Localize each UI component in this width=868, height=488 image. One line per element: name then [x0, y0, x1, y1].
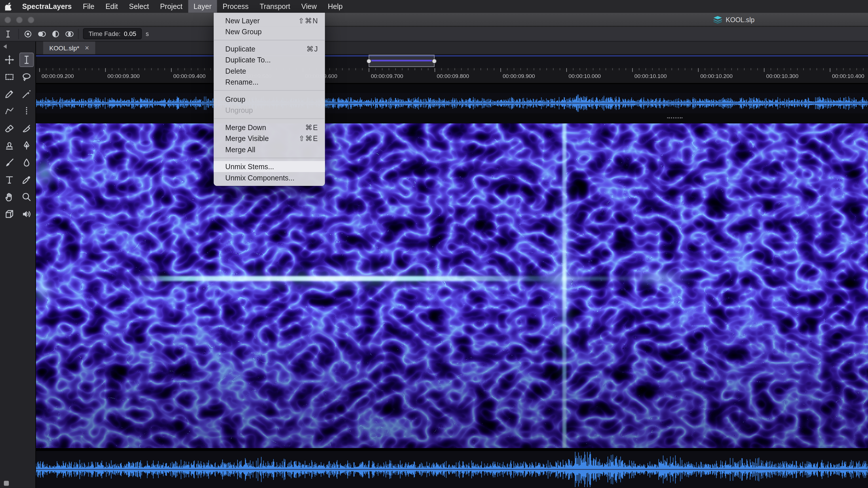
- timeline-ruler[interactable]: 00:00:09.20000:00:09.30000:00:09.40000:0…: [36, 68, 868, 84]
- ruler-tick-minor: [461, 68, 462, 70]
- panel-divider: [36, 84, 868, 93]
- playback-tool[interactable]: [19, 206, 34, 221]
- frequency-selection-tool[interactable]: [19, 104, 34, 118]
- menu-item-new-group[interactable]: New Group: [214, 26, 325, 37]
- menu-item-unmix-stems[interactable]: Unmix Stems...: [214, 161, 325, 172]
- menu-item-merge-all[interactable]: Merge All: [214, 144, 325, 155]
- ruler-tick-minor: [389, 68, 389, 70]
- ruler-tick-major: [39, 68, 40, 72]
- ruler-tick-minor: [626, 68, 626, 70]
- ruler-tick-minor: [204, 68, 205, 70]
- ruler-tick-minor: [514, 68, 514, 70]
- icon-ibeam: [22, 54, 32, 64]
- add-selection-mode[interactable]: [35, 28, 48, 40]
- time-fade-value[interactable]: 0.05: [124, 31, 136, 37]
- lasso-selection-tool[interactable]: [19, 69, 34, 84]
- transform-tool[interactable]: [2, 52, 17, 67]
- ruler-time-label: 00:00:09.400: [173, 73, 206, 79]
- time-selection-tool[interactable]: [19, 52, 34, 67]
- menu-item-new-layer[interactable]: New Layer⇧⌘N: [214, 15, 325, 26]
- ruler-tick-major: [632, 68, 633, 72]
- tab-kool-slp[interactable]: KOOL.slp* ×: [43, 41, 95, 54]
- knife-tool[interactable]: [19, 121, 34, 135]
- selection-handle-right[interactable]: [432, 58, 437, 63]
- apple-menu[interactable]: [0, 2, 17, 11]
- menu-item-delete[interactable]: Delete: [214, 65, 325, 76]
- waveform-overview-bottom[interactable]: [36, 451, 868, 488]
- ruler-tick-minor: [422, 68, 422, 70]
- ruler-tick-minor: [757, 68, 758, 70]
- new-selection-mode[interactable]: [22, 28, 34, 40]
- menu-item-merge-down[interactable]: Merge Down⌘E: [214, 122, 325, 133]
- brush-selection-tool[interactable]: [2, 87, 17, 101]
- tab-close-icon[interactable]: ×: [85, 44, 89, 52]
- selection-handle-left[interactable]: [367, 58, 371, 63]
- ruler-tick-major: [698, 68, 699, 72]
- polygon-selection-tool[interactable]: [2, 104, 17, 118]
- panel-resize-grip[interactable]: [4, 481, 9, 486]
- ruler-tick-minor: [560, 68, 560, 70]
- ruler-tick-minor: [843, 68, 843, 70]
- menubar-item-file[interactable]: File: [77, 0, 100, 13]
- text-tool[interactable]: [2, 172, 17, 187]
- subtract-selection-mode[interactable]: [49, 28, 61, 40]
- cube-3d-tool[interactable]: [2, 206, 17, 221]
- rectangle-selection-tool[interactable]: [2, 69, 17, 84]
- selection-mode-group: [22, 28, 75, 40]
- menubar-item-edit[interactable]: Edit: [100, 0, 124, 13]
- ruler-tick-minor: [98, 68, 99, 70]
- ruler-tick-minor: [454, 68, 455, 70]
- ruler-tick-minor: [823, 68, 824, 70]
- menu-item-duplicate[interactable]: Duplicate⌘J: [214, 43, 325, 54]
- spectrogram-resize-handle[interactable]: [667, 118, 683, 119]
- time-fade-field[interactable]: Time Fade: 0.05: [83, 28, 142, 39]
- menu-item-unmix-components[interactable]: Unmix Components...: [214, 172, 325, 183]
- pen-tool[interactable]: [19, 138, 34, 153]
- zoom-button[interactable]: [28, 17, 34, 23]
- droplet-tool[interactable]: [19, 155, 34, 169]
- intersect-selection-mode[interactable]: [63, 28, 75, 40]
- menu-item-merge-visible[interactable]: Merge Visible⇧⌘E: [214, 133, 325, 143]
- menubar-item-help[interactable]: Help: [322, 0, 348, 13]
- ruler-tick-minor: [72, 68, 73, 70]
- ruler-tick-minor: [79, 68, 80, 70]
- eyedropper-tool[interactable]: [19, 172, 34, 187]
- ruler-tick-minor: [804, 68, 804, 70]
- ruler-tick-minor: [184, 68, 185, 70]
- icon-dots: [22, 106, 32, 116]
- menubar-item-select[interactable]: Select: [124, 0, 155, 13]
- app-menu-title[interactable]: SpectraLayers: [17, 0, 78, 13]
- collapse-tools-icon[interactable]: [3, 44, 7, 48]
- ruler-tick-minor: [619, 68, 620, 70]
- menubar-item-project[interactable]: Project: [155, 0, 188, 13]
- hand-tool[interactable]: [2, 190, 17, 204]
- ruler-tick-minor: [336, 68, 336, 70]
- menubar-item-process[interactable]: Process: [217, 0, 254, 13]
- clone-stamp-tool[interactable]: [2, 138, 17, 153]
- minimize-button[interactable]: [16, 17, 23, 23]
- waveform-overview-top[interactable]: [36, 93, 868, 113]
- ruler-tick-minor: [665, 68, 665, 70]
- ruler-tick-minor: [540, 68, 541, 70]
- selected-time-range[interactable]: [369, 55, 435, 67]
- menubar-item-transport[interactable]: Transport: [254, 0, 296, 13]
- eraser-tool[interactable]: [2, 121, 17, 135]
- spectrogram-view[interactable]: [36, 124, 868, 448]
- menu-item-group[interactable]: Group: [214, 94, 325, 104]
- ruler-tick-minor: [836, 68, 837, 70]
- time-selection-bar[interactable]: [36, 54, 868, 68]
- menu-item-rename[interactable]: Rename...: [214, 76, 325, 87]
- active-tool-indicator: [0, 30, 16, 38]
- ruler-tick-minor: [527, 68, 527, 70]
- menu-item-duplicate-to[interactable]: Duplicate To...: [214, 54, 325, 65]
- menu-separator: [214, 90, 325, 91]
- zoom-tool[interactable]: [19, 190, 34, 204]
- ruler-tick-major: [500, 68, 501, 72]
- ruler-tick-minor: [797, 68, 798, 70]
- magic-wand-tool[interactable]: [19, 87, 34, 101]
- apple-icon: [5, 2, 12, 11]
- menubar-item-view[interactable]: View: [296, 0, 322, 13]
- menubar-item-layer[interactable]: Layer: [188, 0, 217, 13]
- close-button[interactable]: [4, 17, 11, 23]
- paintbrush-tool[interactable]: [2, 155, 17, 169]
